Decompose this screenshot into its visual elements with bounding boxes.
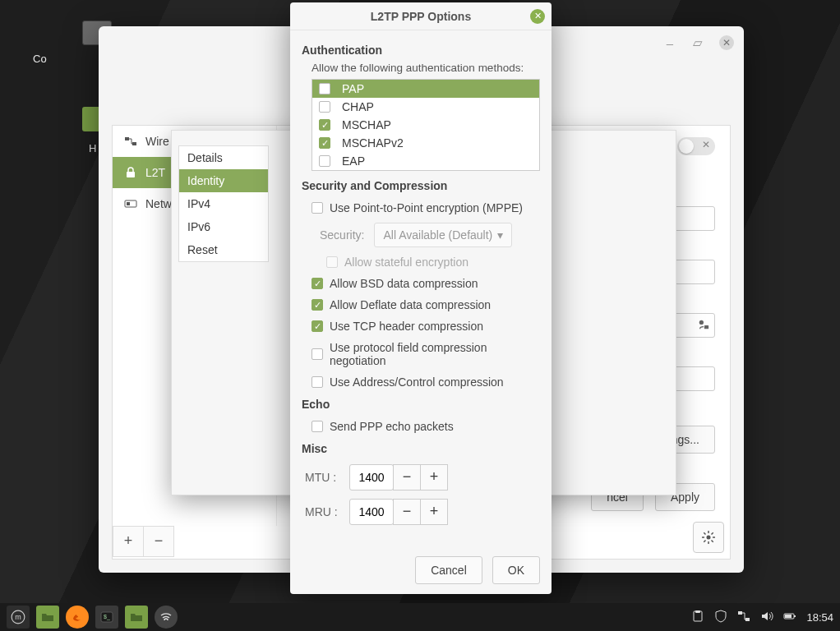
auth-method-mschapv2[interactable]: MSCHAPv2 [312, 134, 539, 152]
checkbox[interactable] [319, 119, 330, 131]
toggle-off-icon: ✕ [702, 139, 710, 150]
shield-tray-icon[interactable] [714, 610, 727, 625]
security-level-row: Security: All Available (Default) ▾ [302, 219, 540, 251]
clipboard-tray-icon[interactable] [691, 610, 704, 625]
battery-tray-icon[interactable] [783, 610, 796, 625]
echo-heading: Echo [302, 398, 540, 411]
checkbox[interactable] [312, 278, 323, 289]
opt-label: Use Address/Control compression [330, 375, 504, 389]
auth-method-eap[interactable]: EAP [312, 152, 539, 170]
tab-ipv6[interactable]: IPv6 [179, 215, 268, 238]
opt-address-control[interactable]: Use Address/Control compression [302, 371, 540, 393]
sidebar-item-label: Netw [145, 197, 172, 210]
svg-rect-26 [794, 615, 796, 617]
auth-method-mschap[interactable]: MSCHAP [312, 116, 539, 134]
opt-label: Use Point-to-Point encryption (MPPE) [330, 201, 523, 214]
dropdown-value: All Available (Default) [383, 228, 492, 242]
terminal-icon[interactable]: $_ [95, 606, 118, 629]
auth-method-chap[interactable]: CHAP [312, 98, 539, 116]
svg-rect-4 [127, 202, 130, 205]
opt-label: Use TCP header compression [330, 320, 483, 333]
dialog-titlebar: L2TP PPP Options ✕ [290, 2, 552, 30]
auth-subtext: Allow the following authentication metho… [312, 62, 540, 74]
network-settings-task-icon[interactable] [155, 606, 178, 629]
tab-details[interactable]: Details [179, 146, 268, 169]
tab-reset[interactable]: Reset [179, 238, 268, 261]
close-icon[interactable]: ✕ [719, 35, 734, 50]
checkbox[interactable] [312, 299, 323, 311]
checkbox[interactable] [312, 202, 323, 214]
sec-heading: Security and Compression [302, 179, 540, 192]
opt-tcp-header[interactable]: Use TCP header compression [302, 316, 540, 337]
opt-label: Send PPP echo packets [330, 420, 454, 433]
opt-protocol-field[interactable]: Use protocol field compression negotiati… [302, 337, 540, 371]
dialog-close-icon[interactable]: ✕ [530, 9, 545, 24]
auth-method-label: PAP [342, 82, 364, 95]
settings-gear-button[interactable] [693, 522, 724, 553]
opt-deflate[interactable]: Allow Deflate data compression [302, 294, 540, 316]
svg-point-7 [707, 536, 711, 540]
checkbox[interactable] [312, 376, 323, 388]
opt-mppe[interactable]: Use Point-to-Point encryption (MPPE) [302, 197, 540, 219]
chevron-down-icon: ▾ [497, 228, 503, 242]
checkbox[interactable] [312, 421, 323, 432]
volume-tray-icon[interactable] [760, 610, 773, 625]
opt-echo[interactable]: Send PPP echo packets [302, 416, 540, 437]
svg-rect-27 [785, 615, 792, 618]
mru-increment[interactable]: + [420, 499, 448, 525]
wired-icon [124, 135, 137, 148]
dialog-ok-button[interactable]: OK [492, 556, 540, 584]
gear-icon [702, 531, 715, 544]
add-connection-button[interactable]: + [113, 526, 144, 557]
conn-editor-tabs: Details Identity IPv4 IPv6 Reset [178, 145, 269, 262]
security-dropdown[interactable]: All Available (Default) ▾ [374, 223, 512, 247]
opt-bsd[interactable]: Allow BSD data compression [302, 273, 540, 294]
menu-icon[interactable]: m [7, 606, 30, 629]
checkbox[interactable] [319, 83, 330, 94]
taskbar-clock[interactable]: 18:54 [806, 611, 833, 624]
svg-rect-2 [127, 172, 135, 177]
auth-method-pap[interactable]: PAP [312, 80, 539, 98]
maximize-icon[interactable]: ▱ [691, 36, 704, 49]
lock-icon [124, 166, 137, 179]
auth-method-label: MSCHAP [342, 118, 391, 131]
auth-method-label: MSCHAPv2 [342, 136, 404, 150]
dialog-footer: Cancel OK [290, 546, 552, 594]
taskbar-launchers: m $_ [7, 606, 178, 629]
mtu-decrement[interactable]: − [393, 464, 421, 491]
mtu-input[interactable] [349, 464, 394, 491]
tab-ipv4[interactable]: IPv4 [179, 192, 268, 215]
svg-rect-6 [704, 325, 708, 329]
desktop-home-label: H [89, 142, 96, 154]
checkbox[interactable] [312, 348, 323, 360]
auth-methods-list: PAP CHAP MSCHAP MSCHAPv2 EAP [312, 79, 540, 171]
mtu-increment[interactable]: + [420, 464, 448, 491]
mru-input[interactable] [349, 499, 394, 525]
checkbox[interactable] [319, 101, 330, 113]
vpn-enable-toggle[interactable]: ✕ [677, 137, 715, 155]
tab-identity[interactable]: Identity [179, 169, 268, 192]
opt-label: Allow BSD data compression [330, 277, 478, 290]
password-store-icon[interactable] [698, 319, 709, 333]
mru-decrement[interactable]: − [393, 499, 421, 525]
files-icon[interactable] [36, 606, 59, 629]
taskbar: m $_ 18:54 [0, 603, 840, 631]
auth-heading: Authentication [302, 44, 540, 57]
sidebar-item-label: Wire [145, 135, 169, 148]
network-tray-icon[interactable] [737, 610, 750, 625]
sidebar-item-label: L2T [145, 166, 165, 179]
checkbox[interactable] [312, 320, 323, 332]
svg-rect-0 [125, 137, 129, 140]
network-sidebar-toolbar: + − [113, 526, 174, 559]
auth-method-label: EAP [342, 154, 365, 168]
svg-text:$_: $_ [104, 614, 110, 620]
minimize-icon[interactable]: – [663, 36, 676, 49]
firefox-icon[interactable] [66, 606, 89, 629]
opt-stateful: Allow stateful encryption [302, 251, 540, 273]
checkbox[interactable] [319, 155, 330, 167]
files-icon-2[interactable] [125, 606, 148, 629]
mru-label: MRU : [305, 505, 339, 518]
dialog-cancel-button[interactable]: Cancel [415, 556, 482, 584]
checkbox[interactable] [319, 137, 330, 149]
remove-connection-button[interactable]: − [143, 526, 174, 557]
